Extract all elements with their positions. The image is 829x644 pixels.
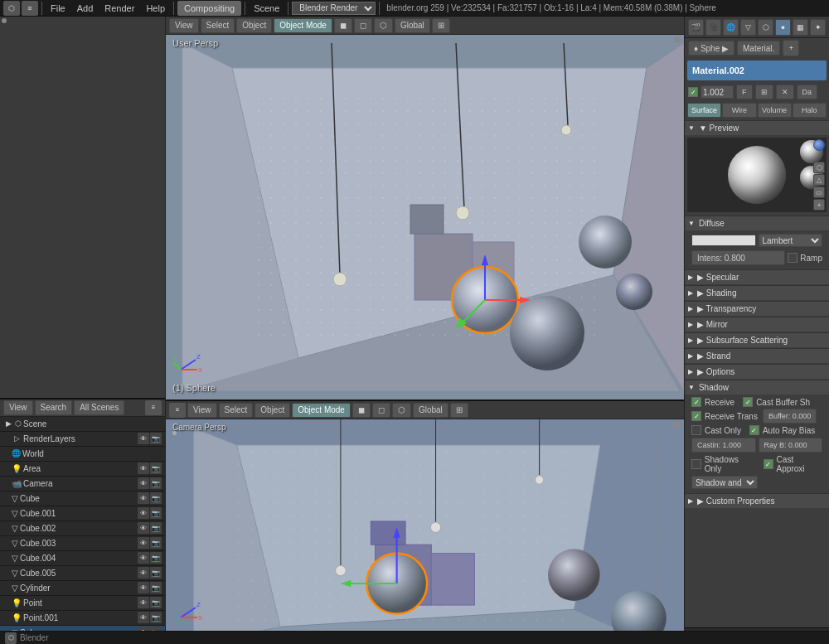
shadow-section-header[interactable]: ▼ Shadow: [685, 380, 829, 395]
buffer-input[interactable]: Buffer: 0.000: [763, 409, 817, 424]
diffuse-color-swatch[interactable]: [691, 235, 756, 246]
vis-cam-camera[interactable]: 📷: [150, 477, 162, 489]
vis-cam-cylinder[interactable]: 📷: [150, 582, 162, 593]
outliner-icon[interactable]: ≡: [145, 400, 162, 415]
vis-eye-point[interactable]: 👁: [138, 597, 149, 608]
particles-icon-btn[interactable]: ✦: [810, 19, 826, 36]
shadow-and-select[interactable]: Shadow and: [691, 476, 758, 489]
viewport-shading-wire[interactable]: ◻: [354, 18, 372, 33]
vis-eye-cube005[interactable]: 👁: [138, 567, 149, 579]
preview-opt-2[interactable]: △: [813, 174, 825, 186]
menu-file[interactable]: File: [46, 1, 70, 16]
top-select-btn[interactable]: Select: [201, 18, 235, 33]
preview-opt-3[interactable]: ▭: [813, 186, 825, 198]
search-btn[interactable]: Search: [35, 400, 73, 415]
layers-btn[interactable]: ⊞: [432, 18, 450, 33]
vis-cam-cube[interactable]: 📷: [150, 492, 162, 504]
render-icon-btn[interactable]: 🎬: [688, 19, 704, 36]
global-btn[interactable]: Global: [395, 18, 430, 33]
receive-check[interactable]: [691, 397, 701, 407]
outliner-item-cube003[interactable]: ▽ Cube.003 👁 📷: [0, 536, 165, 551]
sss-section-header[interactable]: ▶ ▶ Subsurface Scattering: [685, 332, 829, 347]
bottom-select-btn[interactable]: Select: [219, 403, 254, 418]
menu-help[interactable]: Help: [141, 1, 170, 16]
outliner-item-world[interactable]: 🌐 World: [0, 447, 165, 462]
texture-icon-btn[interactable]: ▦: [793, 19, 808, 36]
cast-only-check[interactable]: [691, 425, 701, 435]
vis-cam-point[interactable]: 📷: [150, 597, 162, 608]
main-3d-viewport[interactable]: User Persp (1) Sphere Z X Y: [166, 35, 684, 399]
specular-section-header[interactable]: ▶ ▶ Specular: [685, 269, 829, 284]
vis-eye-cylinder[interactable]: 👁: [138, 582, 149, 593]
bottom-editor-icon[interactable]: ≡: [169, 403, 186, 418]
custom-properties-header[interactable]: ▶ ▶ Custom Properties: [685, 493, 829, 508]
mesh-icon-btn[interactable]: ⬡: [758, 19, 773, 36]
vis-cam-cube002[interactable]: 📷: [150, 522, 162, 534]
vis-eye-camera[interactable]: 👁: [138, 477, 149, 489]
material-name-bar[interactable]: Material.002: [687, 61, 827, 80]
compositing-tab[interactable]: Compositing: [177, 1, 241, 16]
outliner-item-cube004[interactable]: ▽ Cube.004 👁 📷: [0, 551, 165, 566]
outliner-item-camera[interactable]: 📹 Camera 👁 📷: [0, 477, 165, 491]
preview-blue-sphere[interactable]: [813, 139, 825, 151]
top-object-mode-btn[interactable]: Object Mode: [274, 18, 332, 33]
bottom-object-mode-btn[interactable]: Object Mode: [292, 403, 351, 418]
top-view-btn[interactable]: View: [169, 18, 199, 33]
mirror-section-header[interactable]: ▶ ▶ Mirror: [685, 317, 829, 332]
outliner-item-cube005[interactable]: ▽ Cube.005 👁 📷: [0, 566, 165, 581]
material-active-check[interactable]: [688, 87, 698, 97]
object-icon-btn[interactable]: ▽: [740, 19, 756, 36]
vis-eye-cube004[interactable]: 👁: [138, 552, 149, 564]
tab-wire[interactable]: Wire: [722, 103, 756, 118]
material-f-btn[interactable]: F: [736, 85, 753, 99]
ramp-check[interactable]: [788, 253, 797, 263]
bottom-view-btn[interactable]: View: [187, 403, 217, 418]
vis-cam-cube003[interactable]: 📷: [150, 537, 162, 549]
outliner-item-area[interactable]: 💡 Area 👁 📷: [0, 462, 165, 477]
vis-eye-cube001[interactable]: 👁: [138, 507, 149, 519]
sphere-breadcrumb[interactable]: ♦ Sphe ▶: [688, 41, 734, 56]
material-data-btn[interactable]: ⊞: [755, 85, 773, 99]
tab-volume[interactable]: Volume: [758, 103, 792, 118]
castin-input[interactable]: Castin: 1.000: [691, 438, 756, 453]
status-icon[interactable]: ⬡: [5, 632, 17, 644]
receive-trans-check[interactable]: [691, 411, 701, 421]
view-btn[interactable]: View: [3, 400, 33, 415]
vis-eye-cube002[interactable]: 👁: [138, 522, 149, 534]
material-breadcrumb[interactable]: Material.: [737, 41, 780, 56]
auto-ray-check[interactable]: [749, 425, 759, 435]
tab-surface[interactable]: Surface: [687, 103, 721, 118]
shading-section-header[interactable]: ▶ ▶ Shading: [685, 285, 829, 300]
diffuse-shader-select[interactable]: Lambert: [759, 234, 823, 247]
vis-render-btn[interactable]: 📷: [150, 433, 162, 444]
material-icon-btn[interactable]: ●: [775, 19, 791, 36]
viewport-shading-tex[interactable]: ⬡: [374, 18, 393, 33]
bottom-shading-wire[interactable]: ◻: [372, 403, 390, 418]
diffuse-intens-slider[interactable]: Intens: 0.800: [691, 250, 785, 265]
outliner-item-cube[interactable]: ▽ Cube 👁 📷: [0, 491, 165, 506]
render-engine-select[interactable]: Blender Render: [292, 2, 376, 15]
cast-approxi-check[interactable]: [764, 459, 773, 469]
vis-eye-cube003[interactable]: 👁: [138, 537, 149, 549]
window-type-icon[interactable]: ≡: [22, 1, 38, 16]
preview-opt-1[interactable]: ⬡: [813, 162, 825, 173]
top-object-btn[interactable]: Object: [236, 18, 272, 33]
vis-cam-cube001[interactable]: 📷: [150, 507, 162, 519]
bottom-layers-btn[interactable]: ⊞: [450, 403, 468, 418]
vis-cam-cube005[interactable]: 📷: [150, 567, 162, 579]
preview-section-header[interactable]: ▼ ▼ Preview: [685, 120, 829, 135]
outliner-item-point001[interactable]: 💡 Point.001 👁 📷: [0, 611, 165, 626]
bottom-shading-solid[interactable]: ◼: [352, 403, 371, 418]
shadows-only-check[interactable]: [691, 459, 701, 469]
vis-eye-area[interactable]: 👁: [138, 462, 149, 474]
tab-halo[interactable]: Halo: [793, 103, 827, 118]
vis-render-area[interactable]: 📷: [150, 462, 162, 474]
preview-opt-4[interactable]: +: [813, 199, 825, 211]
blender-logo-icon[interactable]: ⬡: [3, 1, 20, 16]
material-index-input[interactable]: [701, 85, 734, 99]
world-icon-btn[interactable]: 🌐: [723, 19, 739, 36]
menu-add[interactable]: Add: [72, 1, 99, 16]
bottom-object-btn[interactable]: Object: [255, 403, 290, 418]
vis-cam-point001[interactable]: 📷: [150, 612, 162, 623]
add-material-btn[interactable]: +: [783, 40, 799, 56]
